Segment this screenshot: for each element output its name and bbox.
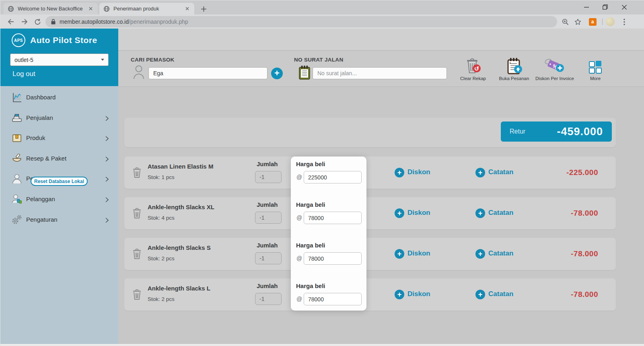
qty-input[interactable] bbox=[255, 252, 282, 264]
product-name: Ankle-length Slacks S bbox=[148, 244, 211, 251]
trash-icon[interactable] bbox=[132, 289, 142, 302]
plus-icon: + bbox=[475, 290, 485, 299]
price-header: Harga beli bbox=[296, 201, 325, 208]
trash-icon[interactable] bbox=[132, 248, 142, 261]
extension-icon[interactable]: a bbox=[587, 16, 598, 27]
price-input[interactable] bbox=[304, 212, 362, 224]
url-bar[interactable]: member.autopilotstore.co.id/penerimaanpr… bbox=[45, 16, 557, 27]
chevron-right-icon bbox=[105, 156, 109, 163]
more-icon bbox=[576, 58, 615, 74]
browser-menu-icon[interactable] bbox=[619, 16, 630, 27]
minimize-icon[interactable] bbox=[577, 0, 595, 14]
reload-icon[interactable] bbox=[32, 16, 43, 27]
price-input[interactable] bbox=[304, 252, 362, 265]
new-tab-icon[interactable] bbox=[198, 4, 209, 14]
tab-bar: Welcome to New Backoffice Penerimaan pro… bbox=[0, 0, 644, 14]
sidebar-item-penjualan[interactable]: Penjualan bbox=[0, 108, 118, 128]
surat-jalan-input[interactable] bbox=[313, 67, 447, 79]
tab-close-icon[interactable] bbox=[184, 6, 190, 12]
restore-window-icon[interactable] bbox=[596, 0, 614, 14]
retur-total-button[interactable]: Retur -459.000 bbox=[501, 122, 612, 142]
row-amount: -78.000 bbox=[571, 249, 598, 258]
chevron-right-icon bbox=[105, 197, 109, 204]
price-input[interactable] bbox=[304, 171, 362, 183]
customer-icon bbox=[12, 194, 22, 204]
bookmark-star-icon[interactable] bbox=[572, 16, 583, 27]
logout-link[interactable]: Log out bbox=[12, 70, 35, 78]
plus-icon: + bbox=[395, 168, 404, 177]
supplier-search-input[interactable] bbox=[148, 67, 267, 79]
plus-icon: + bbox=[475, 208, 485, 218]
add-catatan-button[interactable]: +Catatan bbox=[475, 249, 524, 260]
sidebar-item-dashboard[interactable]: Dashboard bbox=[0, 87, 118, 107]
zoom-page-icon[interactable] bbox=[560, 16, 571, 27]
plus-icon: + bbox=[395, 208, 404, 218]
url-path: /penerimaanproduk.php bbox=[129, 19, 188, 25]
product-stock: Stok: 4 pcs bbox=[148, 215, 175, 221]
forward-icon[interactable] bbox=[19, 16, 30, 27]
tab-welcome-backoffice[interactable]: Welcome to New Backoffice bbox=[4, 3, 98, 14]
trash-icon[interactable] bbox=[132, 167, 142, 180]
chevron-right-icon bbox=[105, 136, 109, 143]
outlet-selected-value: outlet-5 bbox=[14, 57, 33, 63]
at-sign: @ bbox=[296, 214, 302, 221]
product-row: Ankle-length Slacks S Stok: 2 pcs Jumlah… bbox=[124, 238, 616, 270]
globe-favicon-icon bbox=[103, 6, 110, 12]
sidebar-item-produk[interactable]: Produk bbox=[0, 128, 118, 148]
sidebar-item-label: Resep & Paket bbox=[26, 148, 66, 169]
add-catatan-button[interactable]: +Catatan bbox=[475, 208, 524, 219]
chevron-right-icon bbox=[105, 176, 109, 183]
sidebar-item-label: Pengaturan bbox=[26, 210, 58, 230]
add-diskon-button[interactable]: +Diskon bbox=[395, 208, 443, 219]
sidebar-header: APS Auto Pilot Store outlet-5 Log out bbox=[0, 29, 118, 86]
qty-header: Jumlah bbox=[257, 201, 278, 208]
sidebar-item-label: Pelanggan bbox=[26, 189, 55, 209]
retur-summary-card: Retur -459.000 bbox=[124, 118, 616, 147]
tab-penerimaan-produk[interactable]: Penerimaan produk bbox=[99, 3, 194, 14]
add-catatan-button[interactable]: +Catatan bbox=[475, 168, 524, 178]
action-label: More bbox=[576, 76, 615, 81]
add-supplier-button[interactable]: + bbox=[271, 68, 283, 79]
buka-pesanan-button[interactable]: Buka Pesanan bbox=[495, 58, 533, 82]
row-amount: -225.000 bbox=[566, 168, 598, 177]
diskon-label: Diskon bbox=[407, 209, 430, 217]
at-sign: @ bbox=[296, 255, 302, 262]
product-stock: Stok: 1 pcs bbox=[148, 174, 175, 180]
add-diskon-button[interactable]: +Diskon bbox=[395, 168, 443, 178]
sidebar-item-pengaturan[interactable]: Pengaturan bbox=[0, 210, 118, 230]
qty-input[interactable] bbox=[255, 171, 282, 183]
diskon-label: Diskon bbox=[407, 168, 430, 176]
clear-rekap-button[interactable]: ↺ Clear Rekap bbox=[454, 58, 492, 82]
row-amount: -78.000 bbox=[571, 209, 598, 218]
plus-icon: + bbox=[475, 168, 485, 177]
browser-window: Welcome to New Backoffice Penerimaan pro… bbox=[0, 0, 644, 346]
url-host: member.autopilotstore.co.id bbox=[60, 19, 129, 25]
product-name: Ankle-length Slacks XL bbox=[148, 204, 214, 210]
qty-header: Jumlah bbox=[257, 282, 278, 289]
plus-icon: + bbox=[475, 249, 485, 259]
add-diskon-button[interactable]: +Diskon bbox=[395, 249, 443, 260]
more-button[interactable]: More bbox=[576, 58, 615, 82]
receipt-content: Retur -459.000 Atasan Linen Elastis M St… bbox=[118, 87, 644, 345]
sidebar-item-resep-paket[interactable]: Resep & Paket bbox=[0, 148, 118, 169]
close-window-icon[interactable] bbox=[615, 0, 633, 14]
trash-icon[interactable] bbox=[132, 208, 142, 220]
product-stock: Stok: 2 pcs bbox=[148, 296, 175, 302]
tab-close-icon[interactable] bbox=[87, 6, 94, 12]
outlet-selector[interactable]: outlet-5 bbox=[10, 54, 109, 66]
sidebar: APS Auto Pilot Store outlet-5 Log out Da… bbox=[0, 29, 118, 345]
dashboard-icon bbox=[12, 92, 22, 103]
add-diskon-button[interactable]: +Diskon bbox=[395, 290, 443, 300]
back-icon[interactable] bbox=[5, 16, 16, 27]
add-catatan-button[interactable]: +Catatan bbox=[475, 290, 524, 300]
reset-database-button[interactable]: Reset Database Lokal bbox=[31, 177, 88, 186]
profile-avatar[interactable] bbox=[605, 16, 616, 27]
qty-input[interactable] bbox=[255, 293, 282, 305]
at-sign: @ bbox=[296, 174, 302, 180]
qty-input[interactable] bbox=[255, 212, 282, 224]
sidebar-item-pelanggan[interactable]: Pelanggan bbox=[0, 189, 118, 209]
diskon-per-invoice-button[interactable]: % Diskon Per Invoice bbox=[535, 58, 574, 82]
plus-icon: + bbox=[395, 290, 404, 299]
product-icon bbox=[12, 133, 22, 143]
price-input[interactable] bbox=[304, 293, 362, 305]
